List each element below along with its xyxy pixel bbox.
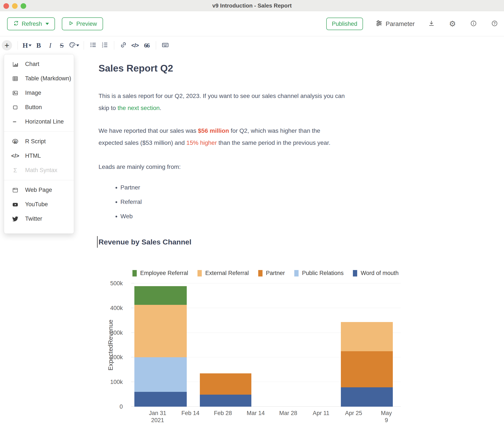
- button-icon: [12, 104, 19, 111]
- y-tick-label: 400k: [110, 305, 123, 311]
- menu-item-html[interactable]: </> HTML: [4, 149, 74, 163]
- settings-button[interactable]: ⚙: [448, 20, 457, 28]
- bullet-list: Partner Referral Web: [98, 182, 415, 222]
- menu-item-label: Twitter: [25, 215, 42, 222]
- refresh-icon: [13, 20, 19, 28]
- y-tick-mark: [131, 308, 134, 308]
- x-tick-label: Feb 28: [214, 410, 232, 417]
- menu-item-chart[interactable]: Chart: [4, 57, 74, 71]
- menu-item-label: Horizontal Line: [25, 118, 64, 125]
- menu-item-twitter[interactable]: Twitter: [4, 212, 74, 226]
- x-tick-label: Mar 28: [279, 410, 297, 417]
- legend-swatch: [353, 270, 357, 277]
- legend-label: Partner: [266, 270, 285, 277]
- menu-item-horizontal-line[interactable]: Horizontal Line: [4, 114, 74, 129]
- gear-icon: ⚙: [449, 20, 456, 28]
- y-tick-mark: [131, 406, 134, 407]
- menu-item-button[interactable]: Button: [4, 100, 74, 114]
- bar-segment: [200, 373, 252, 395]
- r-logo-icon: R: [12, 138, 19, 145]
- x-tick-label: May 9: [379, 410, 394, 424]
- chevron-down-icon: [46, 23, 49, 25]
- menu-item-label: Chart: [25, 61, 39, 67]
- y-tick-label: 500k: [110, 280, 123, 287]
- bullet-list-button[interactable]: [89, 40, 98, 50]
- text-cursor: [97, 236, 98, 248]
- y-tick-label: 0: [120, 404, 123, 410]
- list-item: Partner: [120, 182, 415, 193]
- y-tick-mark: [131, 357, 134, 357]
- menu-item-label: YouTube: [25, 201, 48, 208]
- legend-item: Employee Referral: [132, 270, 188, 277]
- published-badge[interactable]: Published: [326, 18, 363, 30]
- bar-segment: [200, 395, 252, 407]
- y-tick-label: 200k: [110, 354, 123, 361]
- x-tick-label: Jan 312021: [149, 410, 166, 424]
- page-title: Sales Report Q2: [98, 62, 415, 75]
- info-button[interactable]: [469, 20, 478, 28]
- italic-button[interactable]: I: [46, 40, 55, 50]
- menu-item-label: R Script: [25, 138, 46, 145]
- strikethrough-button[interactable]: S: [57, 40, 67, 50]
- text-color-button[interactable]: [69, 40, 79, 50]
- bar-segment: [134, 357, 186, 392]
- menu-item-label: Table (Markdown): [25, 75, 71, 82]
- toolbar-divider: [84, 41, 84, 50]
- help-icon: ?: [491, 20, 498, 28]
- info-icon: [470, 20, 477, 28]
- legend-item: Public Relations: [294, 270, 344, 277]
- parameter-button[interactable]: Parameter: [375, 20, 415, 28]
- menu-item-label: Math Syntax: [25, 167, 57, 174]
- sliders-icon: [375, 20, 383, 28]
- refresh-label: Refresh: [22, 21, 42, 27]
- bar-segment: [341, 387, 393, 407]
- bullet-list-icon: [90, 42, 97, 49]
- insert-block-button[interactable]: +: [2, 40, 12, 50]
- menu-item-web-page[interactable]: Web Page: [4, 183, 74, 197]
- chart-x-labels: Jan 312021Feb 14Feb 28Mar 14Mar 28Apr 11…: [134, 410, 401, 426]
- horizontal-line-icon: [12, 118, 19, 125]
- chevron-down-icon: [28, 44, 32, 46]
- chart-legend: Employee ReferralExternal ReferralPartne…: [132, 270, 399, 277]
- legend-swatch: [258, 270, 262, 277]
- x-tick-label: Mar 14: [247, 410, 265, 417]
- download-button[interactable]: [427, 20, 436, 28]
- menu-item-label: Web Page: [25, 187, 52, 193]
- legend-label: External Referral: [205, 270, 249, 277]
- x-tick-label: Apr 11: [313, 410, 330, 417]
- menu-divider: [4, 180, 74, 180]
- preview-button[interactable]: Preview: [62, 17, 103, 30]
- bold-button[interactable]: B: [34, 40, 43, 50]
- legend-label: Word of mouth: [361, 270, 399, 277]
- refresh-button[interactable]: Refresh: [7, 17, 55, 30]
- bar-segment: [341, 322, 393, 351]
- code-icon: </>: [12, 153, 19, 159]
- list-item: Web: [120, 210, 415, 222]
- paragraph: Leads are mainly coming from:: [98, 161, 415, 173]
- y-tick-label: 100k: [110, 379, 123, 385]
- parameter-label: Parameter: [386, 21, 415, 28]
- heading-button[interactable]: H: [22, 40, 32, 50]
- chart-plot: [134, 283, 401, 407]
- legend-item: External Referral: [198, 270, 249, 277]
- chevron-down-icon: [76, 44, 79, 46]
- menu-item-label: Image: [25, 90, 41, 96]
- chart-icon: [12, 61, 19, 68]
- help-button[interactable]: ?: [490, 20, 499, 28]
- menu-item-table[interactable]: Table (Markdown): [4, 71, 74, 86]
- bar-segment: [134, 392, 186, 407]
- menu-item-image[interactable]: Image: [4, 86, 74, 100]
- preview-label: Preview: [76, 21, 97, 27]
- stacked-bar: [134, 283, 186, 407]
- legend-swatch: [132, 270, 137, 277]
- menu-item-youtube[interactable]: YouTube: [4, 197, 74, 212]
- toolbar-divider: [18, 41, 18, 50]
- svg-text:R: R: [14, 139, 17, 144]
- menu-item-r-script[interactable]: R R Script: [4, 134, 74, 149]
- stacked-bar: [341, 283, 393, 407]
- browser-icon: [12, 187, 19, 193]
- section-title: Revenue by Sales Channel: [98, 236, 415, 248]
- bar-segment: [341, 351, 393, 388]
- window-title: v9 Introduction - Sales Report: [0, 0, 504, 11]
- legend-swatch: [198, 270, 202, 277]
